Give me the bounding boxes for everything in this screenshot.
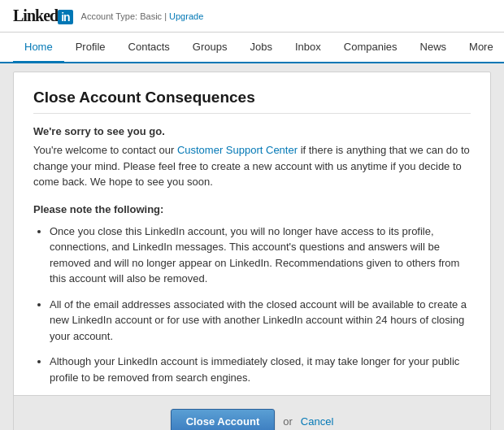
logo-linked: Linked [13,7,58,24]
nav-item-groups[interactable]: Groups [181,33,239,63]
intro-text: You're welcome to contact our Customer S… [33,142,471,190]
nav-item-more[interactable]: More [458,33,504,63]
intro-before-link: You're welcome to contact our [33,144,177,156]
header: Linkedin Account Type: Basic | Upgrade [0,0,504,33]
or-text: or [283,415,293,428]
nav-item-inbox[interactable]: Inbox [284,33,332,63]
support-center-link[interactable]: Customer Support Center [177,144,298,156]
logo-area: Linkedin [13,7,73,25]
account-label-text: Account Type: Basic [81,11,162,21]
main-content: Close Account Consequences We're sorry t… [13,72,491,430]
nav: Home Profile Contacts Groups Jobs Inbox … [0,33,504,63]
cancel-link[interactable]: Cancel [301,415,333,428]
nav-item-jobs[interactable]: Jobs [239,33,284,63]
consequences-list: Once you close this LinkedIn account, yo… [50,224,471,386]
bullet-item-1: Once you close this LinkedIn account, yo… [50,224,471,287]
nav-item-companies[interactable]: Companies [332,33,409,63]
note-heading: Please note the following: [33,203,471,215]
sorry-heading: We're sorry to see you go. [33,125,471,137]
upgrade-link[interactable]: Upgrade [169,11,203,21]
nav-item-home[interactable]: Home [13,33,64,63]
logo-text: Linkedin [13,7,73,25]
account-type: Account Type: Basic | Upgrade [81,11,204,21]
action-area: Close Account or Cancel [14,395,490,430]
nav-item-news[interactable]: News [409,33,458,63]
bullet-item-2: All of the email addresses associated wi… [50,297,471,345]
close-account-button[interactable]: Close Account [171,409,276,430]
nav-item-profile[interactable]: Profile [64,33,117,63]
bullet-item-3: Although your LinkedIn account is immedi… [50,354,471,385]
nav-item-contacts[interactable]: Contacts [117,33,181,63]
logo-in: in [58,10,72,24]
page-title: Close Account Consequences [33,89,471,114]
